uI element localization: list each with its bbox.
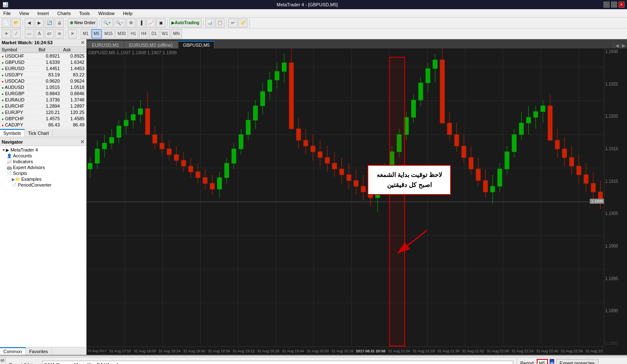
period-input[interactable]: M5 xyxy=(537,359,548,364)
zoom-out-btn[interactable]: 🔍− xyxy=(114,18,125,28)
market-watch-row[interactable]: ● AUDUSD 1.0515 1.0518 xyxy=(0,84,86,91)
menu-charts[interactable]: Charts xyxy=(56,11,72,16)
nav-item-label: MetaTrader 4 xyxy=(10,147,38,152)
menu-view[interactable]: View xyxy=(18,11,31,16)
tester-vertical-label[interactable]: S xyxy=(0,357,6,364)
market-watch-row[interactable]: ● EURGBP 0.8843 0.8846 xyxy=(0,91,86,97)
chart-area-btn[interactable]: ◼ xyxy=(156,18,166,28)
nav-item-indicators[interactable]: 📈 Indicators xyxy=(0,159,86,164)
title-bar-controls: − □ ✕ xyxy=(604,2,624,8)
chart-tab-eurusdm2[interactable]: EURUSD,M2 (offline) xyxy=(125,41,177,48)
market-watch-row[interactable]: ● USDCAD 0.9620 0.9624 xyxy=(0,78,86,84)
back-btn[interactable]: ◀ xyxy=(25,18,34,28)
tab-tick-chart[interactable]: Tick Chart xyxy=(25,129,53,136)
new-order-button[interactable]: ⊕ New Order xyxy=(68,18,97,28)
period-cursor-btn[interactable]: ⊕ xyxy=(550,359,554,364)
ea-dropdown[interactable]: 2 MA Crosses Mega filter EA V1.ex4 ▼ xyxy=(42,361,513,364)
market-watch-row[interactable]: ● GBPCHF 1.4575 1.4585 xyxy=(0,116,86,122)
col-bid: Bid xyxy=(37,47,61,53)
green-dot: ● xyxy=(2,117,4,121)
menu-window[interactable]: Window xyxy=(97,11,116,16)
period-row: Period: M5 ⊕ Expert properties xyxy=(520,359,584,364)
market-watch-row[interactable]: ● EURAUD 1.3736 1.3748 xyxy=(0,97,86,103)
svg-rect-25 xyxy=(174,154,178,160)
indicator-btn[interactable]: 📊 xyxy=(205,18,214,28)
market-watch-tabs: Symbols Tick Chart xyxy=(0,129,86,137)
mw-bid: 1.0515 xyxy=(37,84,61,91)
fib-btn[interactable]: ≋ xyxy=(55,29,64,38)
autotrading-button[interactable]: ▶ AutoTrading xyxy=(169,18,201,28)
chart-tab-gbpusdm5[interactable]: GBPUSD,M5 xyxy=(178,41,214,48)
sep5 xyxy=(203,19,204,27)
nav-item-metatrader-4[interactable]: ▼ ▶ MetaTrader 4 xyxy=(0,147,86,153)
market-watch-row[interactable]: ● USDJPY 83.19 83.22 xyxy=(0,72,86,78)
d1-btn[interactable]: D1 xyxy=(149,29,159,38)
minimize-button[interactable]: − xyxy=(604,2,609,8)
svg-rect-69 xyxy=(332,163,336,169)
chart-scroll-left[interactable]: ◀ xyxy=(614,43,619,48)
template-btn[interactable]: 📋 xyxy=(215,18,224,28)
m15-btn[interactable]: M15 xyxy=(102,29,115,38)
mn-btn[interactable]: MN xyxy=(171,29,182,38)
chart-tab-eurusdm1[interactable]: EURUSD,M1 xyxy=(87,41,124,48)
nav-item-examples[interactable]: ▶ 📁 Examples xyxy=(0,176,86,182)
new-btn[interactable]: 📄 xyxy=(2,18,11,28)
tab-symbols[interactable]: Symbols xyxy=(0,129,25,136)
nav-tab-favorites[interactable]: Favorites xyxy=(26,347,52,355)
m30-btn[interactable]: M30 xyxy=(115,29,127,38)
open-btn[interactable]: 📂 xyxy=(12,18,21,28)
nav-item-accounts[interactable]: 👤 Accounts xyxy=(0,153,86,159)
nav-item-expert-advisors[interactable]: 🤖 Expert Advisors xyxy=(0,164,86,170)
nav-item-icon: 📄 xyxy=(7,171,12,176)
svg-rect-93 xyxy=(418,83,423,100)
h1-btn[interactable]: H1 xyxy=(129,29,138,38)
nav-item-scripts[interactable]: 📄 Scripts xyxy=(0,170,86,176)
price-1.1925: 1.1925 xyxy=(605,82,626,86)
print-btn[interactable]: 🖨 xyxy=(55,18,64,28)
hline-btn[interactable]: — xyxy=(25,29,34,38)
label-btn[interactable]: 🏷 xyxy=(45,29,54,38)
navigator-close-btn[interactable]: ✕ xyxy=(80,139,84,145)
menu-tools[interactable]: Tools xyxy=(77,11,92,16)
market-watch-row[interactable]: ● EURUSD 1.4451 1.4453 xyxy=(0,66,86,72)
undo-btn[interactable]: ↩ xyxy=(228,18,237,28)
market-watch-close[interactable]: ✕ xyxy=(81,40,84,46)
maximize-button[interactable]: □ xyxy=(611,2,617,8)
w1-btn[interactable]: W1 xyxy=(160,29,170,38)
svg-rect-53 xyxy=(275,71,279,80)
chart-line-btn[interactable]: 📈 xyxy=(146,18,155,28)
zoom-in-btn[interactable]: 🔍+ xyxy=(101,18,113,28)
nav-item-periodconverter[interactable]: 📄 PeriodConverter xyxy=(0,182,86,188)
market-watch-row[interactable]: ● CADJPY 86.43 86.49 xyxy=(0,122,86,128)
svg-rect-101 xyxy=(447,123,451,135)
menu-help[interactable]: Help xyxy=(121,11,134,16)
market-watch-row[interactable]: ● USDCHF 0.8921 0.8925 xyxy=(0,53,86,59)
h4-btn[interactable]: H4 xyxy=(139,29,149,38)
chart-props-btn[interactable]: ⚙ xyxy=(126,18,135,28)
nav-btn[interactable]: 🧭 xyxy=(238,18,247,28)
left-panel: Market Watch: 16:24:53 ✕ Symbol Bid Ask … xyxy=(0,39,87,355)
price-1.1900: 1.1900 xyxy=(605,244,626,248)
refresh-btn[interactable]: 🔄 xyxy=(45,18,54,28)
crosshair-btn[interactable]: ✛ xyxy=(2,29,11,38)
svg-rect-43 xyxy=(239,134,243,149)
menu-insert[interactable]: Insert xyxy=(36,11,51,16)
chart-bar-btn[interactable]: ▐ xyxy=(136,18,145,28)
forward-btn[interactable]: ▶ xyxy=(35,18,44,28)
svg-rect-35 xyxy=(210,183,214,189)
market-watch-row[interactable]: ● EURJPY 120.21 120.25 xyxy=(0,109,86,116)
chart-scroll-right[interactable]: ▶ xyxy=(620,43,626,48)
m1-btn[interactable]: M1 xyxy=(81,29,91,38)
line-btn[interactable]: ⁄ xyxy=(12,29,21,38)
close-button[interactable]: ✕ xyxy=(619,2,624,8)
m5-btn[interactable]: M5 xyxy=(92,29,102,38)
delete-btn[interactable]: ✕ xyxy=(68,29,77,38)
start-column: Start xyxy=(588,357,627,364)
market-watch-row[interactable]: ● GBPUSD 1.6339 1.6342 xyxy=(0,59,86,66)
text-btn[interactable]: A xyxy=(35,29,44,38)
navigator-title: Navigator xyxy=(2,139,23,144)
market-watch-row[interactable]: ● EURCHF 1.2894 1.2897 xyxy=(0,103,86,109)
nav-tab-common[interactable]: Common xyxy=(0,347,26,355)
menu-file[interactable]: File xyxy=(2,11,13,16)
svg-rect-139 xyxy=(584,175,588,184)
